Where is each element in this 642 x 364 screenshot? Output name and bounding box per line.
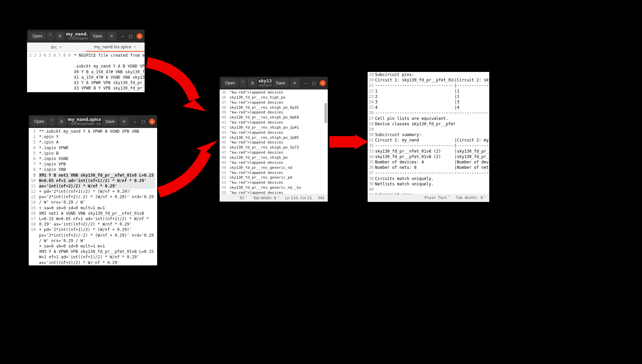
window-title: my_nand.lvs.spice <box>66 32 88 36</box>
status-bar: Tcl ˅ Tab Width: 8 ˅ Ln 110, Col 21 INS <box>220 194 328 202</box>
text-editor[interactable]: 3536373839404142434445464748495051525354… <box>220 89 328 194</box>
language-selector[interactable]: Tcl ˅ <box>240 196 247 200</box>
minimize-button[interactable]: – <box>120 34 125 38</box>
editor-window-spice: Open ˅ ⎘ my_nand.spice ~/Desktop/habr_na… <box>29 115 157 265</box>
open-button[interactable]: Open <box>29 32 46 41</box>
window-subtitle: ~/Desktop/habr_nand... <box>68 122 100 126</box>
new-tab-button[interactable]: ⎘ <box>248 79 257 87</box>
text-editor[interactable]: 12345678910111213141516171819 **.subckt … <box>29 128 157 265</box>
close-tab-icon[interactable]: × <box>59 45 62 49</box>
svg-marker-0 <box>182 100 206 111</box>
insert-mode[interactable]: INS <box>318 196 324 200</box>
titlebar[interactable]: Open ˅ ⎘ my_nand.lvs.spice ~/Desktop/hab… <box>27 30 145 43</box>
line-number-gutter: 12345678910111213141516171819 <box>29 128 37 265</box>
arrow-annotation <box>144 59 218 121</box>
text-editor[interactable]: 1 2 3 4 5 6 7 8 9 * NGSPICE file created… <box>27 52 145 92</box>
hamburger-icon: ≡ <box>110 34 113 38</box>
line-number-gutter: 1 2 3 4 5 6 7 8 9 <box>27 52 72 92</box>
hamburger-menu-button[interactable]: ≡ <box>290 79 299 87</box>
scrollbar-thumb[interactable] <box>324 103 327 123</box>
vertical-scrollbar[interactable] <box>324 89 327 194</box>
titlebar[interactable]: Open ˅ ⎘ my_nand.spice ~/Desktop/habr_na… <box>29 115 157 128</box>
svg-marker-1 <box>196 140 218 152</box>
tab-width-selector[interactable]: Tab Width: 8 ˅ <box>253 196 279 200</box>
editor-window-lvs-spice: Open ˅ ⎘ my_nand.lvs.spice ~/Desktop/hab… <box>27 30 145 92</box>
chevron-down-icon: ˅ <box>484 196 486 201</box>
new-tab-icon: ⎘ <box>60 119 63 124</box>
hamburger-icon: ≡ <box>293 81 296 85</box>
line-number-gutter: 3536373839404142434445464748495051525354… <box>220 89 227 194</box>
cursor-position[interactable]: Ln 110, Col 21 <box>285 196 312 200</box>
window-title: sky130A_setup.tcl <box>258 79 271 83</box>
window-title: my_nand.spice <box>68 118 100 122</box>
tab-drc[interactable]: drc× <box>27 43 86 52</box>
save-button[interactable]: Save <box>90 32 105 41</box>
close-button[interactable]: ✕ <box>320 80 326 86</box>
language-selector[interactable]: Plain Text ˅ <box>424 196 450 201</box>
save-button[interactable]: Save <box>102 117 118 126</box>
new-tab-icon: ⎘ <box>251 81 254 85</box>
open-recent-dropdown[interactable]: ˅ <box>47 32 54 41</box>
tab-lvs-spice[interactable]: my_nand.lvs.spice× <box>86 43 145 52</box>
titlebar[interactable]: Open ˅ ⎘ sky130A_setup.tcl /opt/pdk_root… <box>220 77 328 89</box>
svg-marker-2 <box>355 134 368 149</box>
save-button[interactable]: Save <box>273 79 289 87</box>
open-recent-dropdown[interactable]: ˅ <box>49 117 55 126</box>
close-button[interactable]: ✕ <box>149 119 155 125</box>
code-content[interactable]: * NGSPICE file created from my_nand.ext … <box>72 52 145 92</box>
open-button[interactable]: Open <box>31 117 47 126</box>
close-tab-icon[interactable]: × <box>133 45 137 49</box>
editor-window-tcl: Open ˅ ⎘ sky130A_setup.tcl /opt/pdk_root… <box>220 77 328 202</box>
output-panel: 19Subcircuit pins:20Circuit 1: sky130_fd… <box>368 72 489 202</box>
new-tab-button[interactable]: ⎘ <box>55 32 65 41</box>
status-bar: Plain Text ˅ Tab Width: 8 ˅ <box>368 194 489 202</box>
hamburger-icon: ≡ <box>123 119 125 124</box>
chevron-down-icon: ˅ <box>448 196 450 201</box>
tab-width-selector[interactable]: Tab Width: 8 ˅ <box>456 196 486 201</box>
tab-bar: drc× my_nand.lvs.spice× <box>27 43 145 52</box>
open-recent-dropdown[interactable]: ˅ <box>240 79 246 87</box>
arrow-annotation <box>328 128 372 157</box>
code-content[interactable]: "kw-red">lappend devices sky130_fd_pr__r… <box>227 89 328 194</box>
window-subtitle: /opt/pdk_root/sky130... <box>258 83 271 87</box>
close-button[interactable]: ✕ <box>137 33 143 39</box>
output-text[interactable]: 19Subcircuit pins:20Circuit 1: sky130_fd… <box>368 72 489 194</box>
maximize-button[interactable]: □ <box>312 81 316 85</box>
minimize-button[interactable]: – <box>133 119 138 124</box>
chevron-down-icon: ˅ <box>277 196 279 200</box>
open-button[interactable]: Open <box>222 79 238 87</box>
window-subtitle: ~/Desktop/habr_nand_sky13... <box>66 36 88 40</box>
new-tab-icon: ⎘ <box>59 34 61 38</box>
arrow-annotation <box>155 132 230 201</box>
maximize-button[interactable]: □ <box>128 34 133 38</box>
new-tab-button[interactable]: ⎘ <box>57 117 66 126</box>
maximize-button[interactable]: □ <box>141 119 146 124</box>
chevron-down-icon: ˅ <box>245 196 247 200</box>
code-content[interactable]: **.subckt my_nand Y A VPWR B VGND VPB VN… <box>37 128 157 265</box>
hamburger-menu-button[interactable]: ≡ <box>107 32 116 41</box>
hamburger-menu-button[interactable]: ≡ <box>119 117 129 126</box>
minimize-button[interactable]: – <box>303 81 308 85</box>
